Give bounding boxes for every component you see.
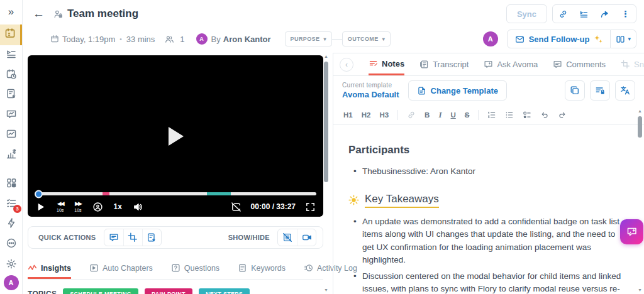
- lightning-icon: [6, 217, 17, 231]
- share-icon[interactable]: [594, 5, 615, 23]
- topic-badge-schedule-meeting[interactable]: SCHEDULE MEETING: [63, 288, 138, 294]
- sidebar-item-scheduler[interactable]: [0, 65, 22, 85]
- sidebar-item-tasks[interactable]: 3: [0, 194, 22, 214]
- sidebar-item-conversation-insights[interactable]: [0, 105, 22, 125]
- underline-button[interactable]: U: [450, 111, 455, 119]
- kebab-menu-icon[interactable]: ⋮: [615, 5, 636, 23]
- playback-speed-button[interactable]: 1x: [114, 202, 122, 211]
- scroll-up-icon[interactable]: ▲: [638, 109, 642, 114]
- forward-10s-button[interactable]: ▶▶ 10s: [74, 201, 81, 212]
- bold-button[interactable]: B: [425, 111, 430, 119]
- volume-button[interactable]: [133, 202, 143, 212]
- outcome-dropdown[interactable]: OUTCOME ▾: [342, 31, 391, 46]
- video-progress-bar[interactable]: [35, 192, 316, 195]
- task-list-button[interactable]: [523, 111, 531, 119]
- sync-button[interactable]: Sync: [506, 4, 547, 23]
- calendar-icon: [4, 28, 16, 41]
- chapters-icon: [89, 263, 99, 273]
- send-followup-button[interactable]: Send Follow-up: [507, 30, 611, 48]
- sidebar-item-templates[interactable]: [0, 85, 22, 106]
- viewer-avatar[interactable]: A: [483, 31, 498, 46]
- playlist-add-icon[interactable]: [574, 5, 594, 23]
- sidebar-expand-icon[interactable]: »: [0, 0, 22, 24]
- tab-snippets[interactable]: Snipp: [621, 53, 644, 75]
- avoma-app: »: [0, 0, 644, 294]
- scroll-down-icon[interactable]: ▼: [324, 288, 328, 293]
- speaker-track-button[interactable]: [92, 202, 103, 212]
- organizer-name: Aron Kantor: [223, 35, 271, 44]
- current-template-caption: Current template: [342, 82, 399, 89]
- play-overlay-icon[interactable]: [169, 127, 184, 146]
- sidebar-item-revenue[interactable]: [0, 145, 22, 165]
- show-video-button[interactable]: [297, 229, 316, 246]
- calendar-clock-icon: [6, 68, 17, 82]
- notes-scrollbar[interactable]: ▲ ▼: [637, 109, 643, 293]
- copy-link-icon[interactable]: [553, 5, 574, 23]
- rewind-10s-button[interactable]: ◀◀ 10s: [57, 201, 64, 212]
- tab-notes[interactable]: Notes: [369, 53, 404, 75]
- fullscreen-button[interactable]: [305, 202, 316, 212]
- purpose-dropdown[interactable]: PURPOSE ▾: [285, 31, 332, 46]
- outcome-label: OUTCOME: [348, 36, 379, 42]
- tab-comments[interactable]: Comments: [553, 53, 606, 75]
- tabs-scroll-left-button[interactable]: ‹: [340, 58, 353, 72]
- playhead[interactable]: [35, 190, 43, 198]
- bullet-list-button[interactable]: [505, 111, 514, 119]
- create-snippet-button[interactable]: [123, 229, 142, 246]
- left-panel-scrollbar[interactable]: ▲ ▼: [323, 54, 329, 293]
- ordered-list-button[interactable]: [487, 111, 496, 119]
- tab-transcript[interactable]: Transcript: [419, 53, 469, 75]
- sidebar: »: [0, 0, 23, 294]
- sidebar-item-apps[interactable]: [0, 174, 22, 194]
- user-avatar[interactable]: A: [4, 275, 19, 290]
- tab-keywords[interactable]: Keywords: [238, 263, 286, 279]
- activity-clock-icon: [304, 263, 313, 273]
- copy-notes-button[interactable]: [565, 80, 585, 101]
- h2-button[interactable]: H2: [362, 111, 371, 119]
- play-button[interactable]: [35, 202, 46, 212]
- link-button[interactable]: [407, 111, 416, 119]
- by-label: By: [211, 35, 221, 44]
- chat-chart-icon: [6, 108, 17, 122]
- redo-button[interactable]: [558, 111, 567, 119]
- sidebar-item-meetings[interactable]: [0, 24, 22, 45]
- sidebar-item-settings[interactable]: [0, 254, 22, 275]
- tab-questions[interactable]: Questions: [171, 263, 219, 279]
- translate-button[interactable]: [615, 80, 635, 101]
- snippets-crop-icon: [621, 60, 630, 69]
- sidebar-item-agenda[interactable]: [0, 45, 22, 65]
- forward-icon: ▶▶: [75, 201, 81, 207]
- back-button[interactable]: ←: [33, 7, 45, 21]
- insights-tabs: Insights Auto Chapters Questions Keyword…: [28, 258, 323, 280]
- sidebar-item-dashboard[interactable]: [0, 125, 22, 145]
- topic-badge-next-steps[interactable]: NEXT STEPS: [199, 288, 250, 294]
- save-to-playlist-button[interactable]: [142, 229, 161, 246]
- h3-button[interactable]: H3: [379, 111, 389, 119]
- scrollbar-thumb[interactable]: [638, 116, 642, 138]
- sidebar-item-more[interactable]: [0, 234, 22, 254]
- captions-off-button[interactable]: [231, 202, 242, 212]
- private-notes-button[interactable]: [590, 80, 610, 101]
- current-template-name[interactable]: Avoma Default: [342, 90, 399, 99]
- italic-button[interactable]: I: [438, 110, 441, 120]
- recording-panel: ◀◀ 10s ▶▶ 10s 1x: [23, 53, 333, 294]
- showhide-group: [277, 229, 316, 246]
- video-player[interactable]: ◀◀ 10s ▶▶ 10s 1x: [28, 55, 323, 217]
- tab-ask-avoma[interactable]: Ask Avoma: [484, 53, 538, 75]
- notes-editor[interactable]: Participants Thebusinessdive: Aron Kanto…: [333, 125, 644, 294]
- layout-toggle-button[interactable]: ▾: [611, 30, 636, 48]
- scrollbar-thumb[interactable]: [324, 62, 328, 182]
- tab-auto-chapters[interactable]: Auto Chapters: [89, 263, 153, 279]
- sidebar-item-automations[interactable]: [0, 214, 22, 234]
- scroll-down-icon[interactable]: ▼: [638, 288, 642, 293]
- change-template-button[interactable]: Change Template: [408, 80, 507, 101]
- hide-transcript-button[interactable]: [278, 229, 297, 246]
- h1-button[interactable]: H1: [343, 111, 353, 119]
- undo-button[interactable]: [540, 111, 549, 119]
- scroll-up-icon[interactable]: ▲: [324, 54, 328, 59]
- tab-label: Auto Chapters: [103, 264, 153, 273]
- topic-badge-pain-point[interactable]: PAIN POINT: [145, 288, 192, 294]
- tab-insights[interactable]: Insights: [28, 263, 71, 279]
- add-comment-button[interactable]: [104, 229, 123, 246]
- strikethrough-button[interactable]: S: [465, 111, 470, 119]
